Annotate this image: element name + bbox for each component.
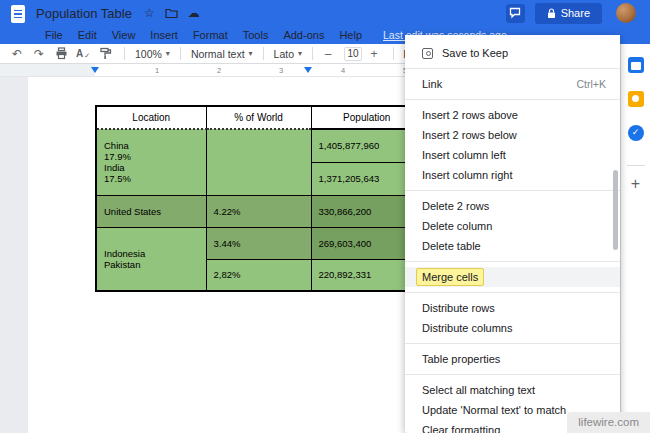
- chevron-down-icon: ▾: [249, 49, 253, 58]
- move-folder-icon[interactable]: [165, 8, 178, 19]
- menu-item-label: Clear formatting: [422, 424, 500, 433]
- paint-roller-icon: [99, 47, 112, 60]
- context-menu-item-merge-cells[interactable]: Merge cells: [405, 267, 620, 287]
- menu-item-label: Select all matching text: [422, 384, 535, 396]
- share-label: Share: [561, 7, 590, 19]
- tasks-icon[interactable]: [628, 125, 644, 141]
- toolbar-divider: [393, 47, 394, 60]
- star-icon[interactable]: ☆: [144, 7, 155, 19]
- menu-edit[interactable]: Edit: [78, 29, 97, 41]
- table-header-percent-of-world[interactable]: % of World: [206, 106, 311, 129]
- chevron-down-icon: ▾: [298, 49, 302, 58]
- share-button[interactable]: Share: [535, 3, 602, 24]
- menu-view[interactable]: View: [112, 29, 136, 41]
- context-menu-item-table-properties[interactable]: Table properties: [405, 349, 620, 369]
- menu-insert[interactable]: Insert: [150, 29, 178, 41]
- cell-location-united-states[interactable]: United States: [96, 195, 206, 227]
- menu-item-label: Insert 2 rows below: [422, 129, 517, 141]
- title-row: Population Table ☆ ☁ Share: [0, 0, 650, 26]
- context-menu-item-insert-column-right[interactable]: Insert column right: [405, 165, 620, 185]
- toolbar-divider: [263, 47, 264, 60]
- google-docs-window: Population Table ☆ ☁ Share FileEditViewI…: [0, 0, 650, 433]
- menu-addons[interactable]: Add-ons: [283, 29, 324, 41]
- keep-icon[interactable]: [628, 91, 644, 107]
- spellcheck-button[interactable]: A✓: [74, 43, 92, 65]
- menu-tools[interactable]: Tools: [243, 29, 269, 41]
- context-menu-scrollbar[interactable]: [613, 170, 618, 250]
- menu-format[interactable]: Format: [193, 29, 228, 41]
- context-menu-item-distribute-columns[interactable]: Distribute columns: [405, 318, 620, 338]
- menu-divider: [405, 374, 620, 375]
- context-menu-list: Save to KeepLinkCtrl+KInsert 2 rows abov…: [405, 43, 620, 433]
- menu-item-label: Distribute columns: [422, 322, 512, 334]
- menu-item-label: Insert 2 rows above: [422, 109, 518, 121]
- menu-file[interactable]: File: [45, 29, 63, 41]
- font-size-input[interactable]: 10: [344, 47, 362, 61]
- context-menu-item-distribute-rows[interactable]: Distribute rows: [405, 298, 620, 318]
- check-icon: ✓: [84, 47, 90, 65]
- font-family-select[interactable]: Lato▾: [270, 48, 306, 60]
- menu-item-label: Update 'Normal text' to match: [422, 404, 566, 416]
- cell-percent-china-india[interactable]: [206, 129, 311, 195]
- open-comments-button[interactable]: [506, 4, 525, 23]
- font-name-value: Lato: [274, 48, 294, 60]
- cell-percent-indonesia[interactable]: 3.44%: [206, 227, 311, 259]
- zoom-value: 100%: [135, 48, 162, 60]
- user-avatar[interactable]: [616, 3, 636, 23]
- menu-item-label: Delete 2 rows: [422, 200, 489, 212]
- paragraph-style-select[interactable]: Normal text▾: [187, 48, 257, 60]
- decrease-font-size-button[interactable]: –: [319, 45, 337, 63]
- indent-marker-icon[interactable]: [91, 67, 99, 77]
- context-menu-item-save-to-keep[interactable]: Save to Keep: [405, 43, 620, 63]
- get-addons-button[interactable]: +: [631, 176, 640, 192]
- spellcheck-letter: A: [76, 45, 83, 63]
- watermark: lifewire.com: [567, 412, 650, 433]
- menu-divider: [405, 99, 620, 100]
- cell-location-indonesia-pakistan[interactable]: Indonesia Pakistan: [96, 227, 206, 291]
- menu-item-label: Insert column right: [422, 169, 512, 181]
- context-menu-item-select-all-matching-text[interactable]: Select all matching text: [405, 380, 620, 400]
- context-menu-item-delete-2-rows[interactable]: Delete 2 rows: [405, 196, 620, 216]
- side-panel: +: [620, 44, 650, 433]
- menu-divider: [405, 261, 620, 262]
- context-menu-item-delete-table[interactable]: Delete table: [405, 236, 620, 256]
- menu-divider: [405, 343, 620, 344]
- toolbar-divider: [124, 47, 125, 60]
- side-panel-divider: [627, 165, 645, 166]
- calendar-icon[interactable]: [628, 57, 644, 73]
- menu-bar-items: FileEditViewInsertFormatToolsAdd-onsHelp: [45, 29, 377, 41]
- zoom-select[interactable]: 100%▾: [131, 48, 174, 60]
- menu-divider: [405, 190, 620, 191]
- context-menu-item-insert-2-rows-below[interactable]: Insert 2 rows below: [405, 125, 620, 145]
- cell-percent-united-states[interactable]: 4.22%: [206, 195, 311, 227]
- context-menu-item-delete-column[interactable]: Delete column: [405, 216, 620, 236]
- population-table: Location % of World Population China 17.…: [95, 105, 424, 292]
- increase-font-size-button[interactable]: +: [365, 45, 383, 63]
- lock-icon: [547, 8, 556, 19]
- print-button[interactable]: [52, 47, 70, 60]
- cloud-status-icon: ☁: [188, 7, 200, 19]
- table-header-location[interactable]: Location: [96, 106, 206, 129]
- redo-button[interactable]: ↷: [30, 45, 48, 63]
- indent-marker-icon[interactable]: [304, 67, 312, 77]
- printer-icon: [55, 47, 68, 60]
- google-docs-logo-icon[interactable]: [11, 5, 25, 23]
- menu-shortcut: Ctrl+K: [577, 78, 606, 90]
- document-title[interactable]: Population Table: [36, 6, 132, 21]
- context-menu-item-insert-2-rows-above[interactable]: Insert 2 rows above: [405, 105, 620, 125]
- ruler-number: 2: [217, 66, 221, 75]
- cell-percent-pakistan[interactable]: 2,82%: [206, 259, 311, 291]
- toolbar-divider: [312, 47, 313, 60]
- context-menu-item-link[interactable]: LinkCtrl+K: [405, 74, 620, 94]
- paint-format-button[interactable]: [96, 47, 114, 60]
- menu-help[interactable]: Help: [339, 29, 362, 41]
- toolbar-divider: [180, 47, 181, 60]
- menu-divider: [405, 292, 620, 293]
- menu-item-label: Delete table: [422, 240, 481, 252]
- undo-button[interactable]: ↶: [8, 45, 26, 63]
- menu-divider: [405, 68, 620, 69]
- ruler-number: 3: [279, 66, 283, 75]
- context-menu-item-insert-column-left[interactable]: Insert column left: [405, 145, 620, 165]
- menu-item-label: Table properties: [422, 353, 500, 365]
- cell-location-china-india[interactable]: China 17.9% India 17.5%: [96, 129, 206, 195]
